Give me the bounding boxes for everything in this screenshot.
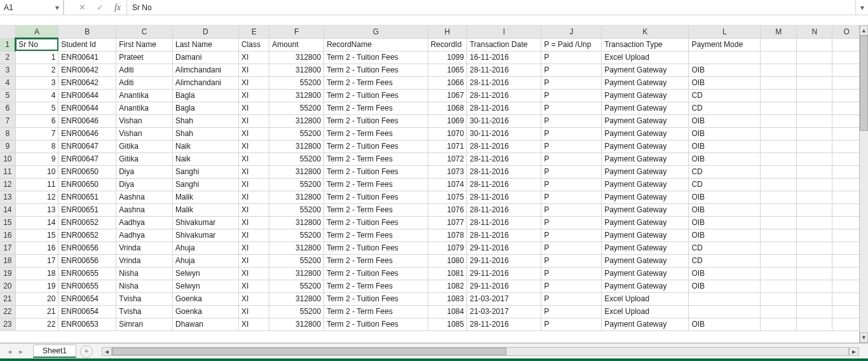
- cell[interactable]: Goenka: [172, 292, 238, 305]
- cell[interactable]: [796, 318, 832, 330]
- cell[interactable]: [832, 38, 861, 51]
- cell[interactable]: [796, 76, 832, 89]
- cell[interactable]: OIB: [689, 153, 761, 165]
- cell[interactable]: ENR00655: [58, 267, 116, 280]
- cell[interactable]: Aadhya: [116, 216, 173, 229]
- cell[interactable]: 55200: [269, 102, 324, 114]
- cell[interactable]: P: [541, 140, 602, 153]
- row-header[interactable]: 20: [0, 280, 15, 292]
- col-header-N[interactable]: N: [796, 25, 832, 38]
- col-header-M[interactable]: M: [761, 25, 797, 38]
- cell[interactable]: 312800: [269, 242, 324, 254]
- cell[interactable]: Shivakumar: [172, 229, 238, 242]
- cell[interactable]: ENR00650: [58, 165, 116, 178]
- cell[interactable]: Term 2 - Tuition Fees: [324, 267, 428, 280]
- cell[interactable]: [761, 292, 797, 305]
- cell[interactable]: ENR00653: [58, 318, 116, 330]
- cell[interactable]: 6: [15, 114, 58, 127]
- cell[interactable]: [796, 114, 832, 127]
- cell[interactable]: [761, 102, 797, 114]
- cell[interactable]: Payment Gateway: [602, 318, 689, 330]
- cell[interactable]: XI: [238, 102, 269, 114]
- cell[interactable]: Damani: [172, 51, 238, 64]
- cell[interactable]: First Name: [116, 38, 173, 51]
- table-row[interactable]: 1918ENR00655NishaSelwynXI312800Term 2 - …: [0, 267, 861, 280]
- cell[interactable]: XI: [238, 292, 269, 305]
- cell[interactable]: OIB: [689, 280, 761, 292]
- col-header-C[interactable]: C: [116, 25, 173, 38]
- cell[interactable]: 15: [15, 229, 58, 242]
- cell[interactable]: P: [541, 254, 602, 267]
- cell[interactable]: 1084: [428, 305, 467, 318]
- cell[interactable]: Vrinda: [116, 242, 173, 254]
- cell[interactable]: Shah: [172, 114, 238, 127]
- cell[interactable]: Shah: [172, 127, 238, 140]
- cell[interactable]: Payment Gateway: [602, 165, 689, 178]
- cell[interactable]: Goenka: [172, 305, 238, 318]
- cell[interactable]: [832, 305, 861, 318]
- cell[interactable]: [832, 153, 861, 165]
- cell[interactable]: [796, 153, 832, 165]
- cell[interactable]: 55200: [269, 280, 324, 292]
- cell[interactable]: [832, 165, 861, 178]
- cell[interactable]: CD: [689, 242, 761, 254]
- cell[interactable]: 4: [15, 89, 58, 102]
- cell[interactable]: OIB: [689, 127, 761, 140]
- cell[interactable]: CD: [689, 254, 761, 267]
- cell[interactable]: XI: [238, 127, 269, 140]
- cell[interactable]: Payment Gateway: [602, 89, 689, 102]
- cell[interactable]: Dhawan: [172, 318, 238, 330]
- cell[interactable]: P: [541, 203, 602, 216]
- table-row[interactable]: 2120ENR00654TvishaGoenkaXI312800Term 2 -…: [0, 292, 861, 305]
- cell[interactable]: [796, 254, 832, 267]
- table-row[interactable]: 43ENR00642AditiAlimchandaniXI55200Term 2…: [0, 76, 861, 89]
- cell[interactable]: Term 2 - Term Fees: [324, 178, 428, 191]
- cell[interactable]: 1073: [428, 165, 467, 178]
- cell[interactable]: 312800: [269, 292, 324, 305]
- cell[interactable]: [761, 216, 797, 229]
- scroll-up-icon[interactable]: ▲: [860, 25, 868, 36]
- cell[interactable]: Tvisha: [116, 305, 173, 318]
- row-header[interactable]: 13: [0, 191, 15, 203]
- row-header[interactable]: 9: [0, 140, 15, 153]
- cell[interactable]: P: [541, 114, 602, 127]
- row-header[interactable]: 12: [0, 178, 15, 191]
- cell[interactable]: Aashna: [116, 203, 173, 216]
- cell[interactable]: OIB: [689, 229, 761, 242]
- cell[interactable]: XI: [238, 178, 269, 191]
- row-header[interactable]: 15: [0, 216, 15, 229]
- cell[interactable]: [832, 318, 861, 330]
- cell[interactable]: 20: [15, 292, 58, 305]
- row-header[interactable]: 18: [0, 254, 15, 267]
- cell[interactable]: Transaction Date: [467, 38, 541, 51]
- cell[interactable]: Term 2 - Tuition Fees: [324, 64, 428, 76]
- cell[interactable]: [761, 64, 797, 76]
- col-header-D[interactable]: D: [172, 25, 238, 38]
- cell[interactable]: P: [541, 318, 602, 330]
- table-row[interactable]: 76ENR00646VishanShahXI312800Term 2 - Tui…: [0, 114, 861, 127]
- cell[interactable]: P: [541, 51, 602, 64]
- cell[interactable]: 29-11-2016: [467, 254, 541, 267]
- cell[interactable]: Aditi: [116, 76, 173, 89]
- cell[interactable]: 29-11-2016: [467, 267, 541, 280]
- add-sheet-button[interactable]: ＋: [80, 345, 93, 358]
- cell[interactable]: Student Id: [58, 38, 116, 51]
- cell[interactable]: [832, 280, 861, 292]
- table-row[interactable]: 65ENR00644AnantikaBaglaXI55200Term 2 - T…: [0, 102, 861, 114]
- cell[interactable]: 312800: [269, 216, 324, 229]
- cell[interactable]: [832, 254, 861, 267]
- cell[interactable]: Class: [238, 38, 269, 51]
- cell[interactable]: 1074: [428, 178, 467, 191]
- cell[interactable]: XI: [238, 203, 269, 216]
- cell[interactable]: Excel Upload: [602, 292, 689, 305]
- cell[interactable]: ENR00656: [58, 242, 116, 254]
- cell[interactable]: 30-11-2016: [467, 127, 541, 140]
- cell[interactable]: RecordId: [428, 38, 467, 51]
- cell[interactable]: [761, 51, 797, 64]
- cell[interactable]: 1068: [428, 102, 467, 114]
- cell[interactable]: P = Paid /Unp: [541, 38, 602, 51]
- cell[interactable]: Gitika: [116, 140, 173, 153]
- cell[interactable]: Term 2 - Term Fees: [324, 305, 428, 318]
- cell[interactable]: 28-11-2016: [467, 140, 541, 153]
- spreadsheet-grid[interactable]: A B C D E F G H I J K L M N O 1Sr NoStud…: [0, 25, 861, 331]
